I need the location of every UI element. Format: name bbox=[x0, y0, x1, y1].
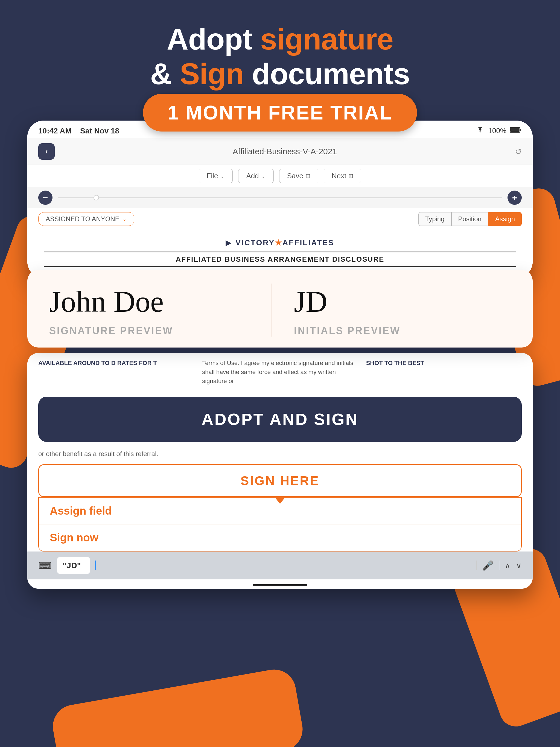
other-benefit-text: or other benefit as a result of this ref… bbox=[27, 447, 533, 462]
trial-badge: 1 MONTH FREE TRIAL bbox=[143, 94, 417, 131]
typing-position-tabs: Typing Position Assign bbox=[418, 212, 522, 226]
keyboard-separator bbox=[499, 561, 499, 570]
device-mockup: 10:42 AM Sat Nov 18 100% ‹ Affiliated-Bu… bbox=[27, 121, 533, 278]
zoom-slider-thumb bbox=[94, 195, 99, 200]
signature-preview-left: John Doe SIGNATURE PREVIEW bbox=[49, 284, 266, 337]
cursor-line-right bbox=[476, 561, 477, 570]
zoom-minus-button[interactable]: − bbox=[38, 190, 52, 205]
tab-typing[interactable]: Typing bbox=[418, 212, 452, 226]
zoom-plus-button[interactable]: + bbox=[508, 190, 522, 205]
toolbar-add-button[interactable]: Add ⌄ bbox=[238, 169, 274, 183]
nav-refresh-icon[interactable]: ↺ bbox=[515, 147, 522, 156]
nav-document-title: Affiliated-Business-V-A-2021 bbox=[233, 147, 337, 156]
sign-here-dropdown-arrow bbox=[275, 497, 285, 504]
toolbar-save-button[interactable]: Save ⊡ bbox=[279, 169, 318, 183]
doc-logo: ▶ VICTORY★AFFILIATES bbox=[44, 238, 516, 247]
signature-preview-card: John Doe SIGNATURE PREVIEW JD INITIALS P… bbox=[27, 270, 533, 347]
document-title: AFFILIATED BUSINESS ARRANGEMENT DISCLOSU… bbox=[44, 252, 516, 267]
swoosh-decoration-bottom bbox=[50, 666, 306, 747]
microphone-icon[interactable]: 🎤 bbox=[482, 560, 493, 571]
assigned-chip-chevron: ⌄ bbox=[122, 216, 127, 222]
headline-line1: Adopt signature bbox=[167, 22, 393, 56]
doc-text-row: AVAILABLE AROUND TO D RATES FOR T Terms … bbox=[27, 353, 533, 391]
assigned-bar: ASSIGNED TO ANYONE ⌄ Typing Position Ass… bbox=[27, 208, 533, 230]
initials-label: INITIALS PREVIEW bbox=[294, 325, 401, 336]
adopt-and-sign-button[interactable]: ADOPT AND SIGN bbox=[38, 397, 522, 442]
initials-script: JD bbox=[294, 284, 511, 319]
trial-badge-wrapper: 1 MONTH FREE TRIAL bbox=[0, 94, 560, 131]
tab-position[interactable]: Position bbox=[452, 212, 488, 226]
nav-back-button[interactable]: ‹ bbox=[38, 143, 55, 160]
tab-assign[interactable]: Assign bbox=[488, 212, 522, 226]
keyboard-input-field[interactable]: "JD" bbox=[57, 557, 90, 574]
sign-here-button[interactable]: SIGN HERE bbox=[38, 464, 522, 497]
header-section: Adopt signature & Sign documents bbox=[0, 0, 560, 102]
keyboard-up-arrow[interactable]: ∧ bbox=[505, 561, 510, 570]
toolbar-next-button[interactable]: Next ⊞ bbox=[324, 169, 361, 183]
signature-divider bbox=[272, 284, 272, 337]
sign-dropdown-menu: Assign field Sign now bbox=[38, 497, 522, 551]
flag-icon: ▶ bbox=[226, 238, 232, 247]
headline-line2: & Sign documents bbox=[150, 57, 410, 91]
toolbar-file-button[interactable]: File ⌄ bbox=[199, 169, 233, 183]
save-icon: ⊡ bbox=[305, 173, 310, 180]
main-headline: Adopt signature & Sign documents bbox=[0, 22, 560, 91]
toolbar: File ⌄ Add ⌄ Save ⊡ Next ⊞ bbox=[27, 165, 533, 187]
signature-label: SIGNATURE PREVIEW bbox=[49, 325, 173, 336]
keyboard-down-arrow[interactable]: ∨ bbox=[516, 561, 522, 570]
add-chevron-icon: ⌄ bbox=[261, 173, 266, 179]
device-bottom-section: AVAILABLE AROUND TO D RATES FOR T Terms … bbox=[27, 353, 533, 589]
keyboard-bar: ⌨ "JD" 🎤 ∧ ∨ bbox=[27, 551, 533, 579]
zoom-slider[interactable] bbox=[58, 197, 502, 198]
initials-preview-right: JD INITIALS PREVIEW bbox=[278, 284, 511, 337]
company-name: VICTORY★AFFILIATES bbox=[235, 238, 334, 247]
assigned-to-chip[interactable]: ASSIGNED TO ANYONE ⌄ bbox=[38, 212, 134, 226]
home-bar bbox=[27, 579, 533, 589]
doc-col-terms: Terms of Use. I agree my electronic sign… bbox=[202, 358, 358, 386]
dropdown-sign-now[interactable]: Sign now bbox=[39, 524, 521, 551]
zoom-bar: − + bbox=[27, 187, 533, 208]
keyboard-toggle-icon[interactable]: ⌨ bbox=[38, 560, 52, 571]
keyboard-navigation: 🎤 ∧ ∨ bbox=[482, 560, 522, 571]
file-chevron-icon: ⌄ bbox=[220, 173, 225, 179]
next-icon: ⊞ bbox=[348, 173, 353, 180]
signature-script: John Doe bbox=[49, 284, 266, 319]
doc-col-left: AVAILABLE AROUND TO D RATES FOR T bbox=[38, 358, 194, 367]
app-nav-bar: ‹ Affiliated-Business-V-A-2021 ↺ bbox=[27, 138, 533, 165]
home-indicator bbox=[253, 584, 307, 586]
cursor-line-left bbox=[96, 561, 96, 570]
doc-col-right: SHOT TO THE BEST bbox=[366, 358, 522, 367]
